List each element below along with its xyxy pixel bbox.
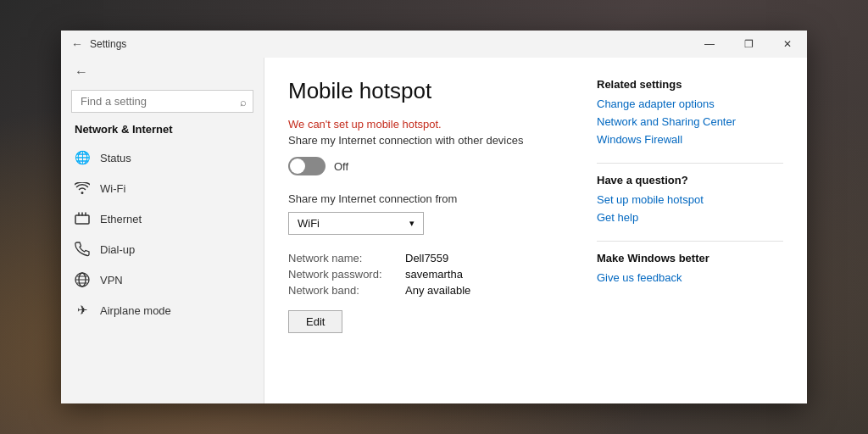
window-body: ← ⌕ Network & Internet 🌐 Status [61,58,807,403]
chevron-down-icon: ▾ [409,218,415,229]
network-password-value: savemartha [405,268,563,281]
sidebar: ← ⌕ Network & Internet 🌐 Status [61,58,264,403]
dialup-icon [75,242,90,257]
sidebar-item-status[interactable]: 🌐 Status [61,142,264,173]
feedback-section: Make Windows better Give us feedback [597,252,783,284]
divider-1 [597,163,783,164]
feedback-title: Make Windows better [597,252,783,264]
sidebar-back-button[interactable]: ← [61,58,264,86]
sidebar-item-label-wifi: Wi-Fi [100,182,125,195]
change-adapter-link[interactable]: Change adapter options [597,97,783,110]
right-panel: Related settings Change adapter options … [597,78,783,383]
status-icon: 🌐 [75,150,90,165]
connection-dropdown[interactable]: WiFi ▾ [288,212,424,235]
sidebar-item-label-airplane: Airplane mode [100,304,171,317]
related-settings-section: Related settings Change adapter options … [597,78,783,146]
network-name-label: Network name: [288,252,398,264]
windows-firewall-link[interactable]: Windows Firewall [597,133,783,146]
main-content: Mobile hotspot We can't set up mobile ho… [264,58,807,403]
ethernet-icon [75,211,90,226]
question-section: Have a question? Set up mobile hotspot G… [597,174,783,224]
titlebar-title: Settings [90,38,126,50]
settings-window: ← Settings — ❐ ✕ ← ⌕ Network & Internet … [61,31,807,403]
related-settings-title: Related settings [597,78,783,91]
give-feedback-link[interactable]: Give us feedback [597,271,783,284]
close-button[interactable]: ✕ [768,31,807,58]
get-help-link[interactable]: Get help [597,211,783,224]
sidebar-item-vpn[interactable]: VPN [61,264,264,295]
network-name-value: Dell7559 [405,252,563,264]
titlebar-controls: — ❐ ✕ [690,31,807,58]
sidebar-item-ethernet[interactable]: Ethernet [61,203,264,234]
network-info-grid: Network name: Dell7559 Network password:… [288,252,563,297]
svg-rect-0 [75,215,89,224]
network-sharing-center-link[interactable]: Network and Sharing Center [597,115,783,128]
sidebar-item-dialup[interactable]: Dial-up [61,234,264,264]
setup-hotspot-link[interactable]: Set up mobile hotspot [597,193,783,206]
search-input[interactable] [71,90,253,113]
divider-2 [597,241,783,242]
sidebar-item-wifi[interactable]: Wi-Fi [61,173,264,203]
network-band-value: Any available [405,284,563,297]
sidebar-item-airplane[interactable]: ✈ Airplane mode [61,295,264,326]
wifi-icon [75,181,90,196]
sidebar-item-label-dialup: Dial-up [100,243,135,256]
hotspot-toggle[interactable] [288,157,326,175]
maximize-button[interactable]: ❐ [729,31,768,58]
titlebar-left: ← Settings [71,37,126,51]
minimize-button[interactable]: — [690,31,729,58]
toggle-thumb [290,159,305,174]
network-password-label: Network password: [288,268,398,281]
page-title: Mobile hotspot [288,78,563,104]
sidebar-item-label-ethernet: Ethernet [100,213,142,225]
share-description: Share my Internet connection with other … [288,134,563,147]
question-title: Have a question? [597,174,783,186]
network-band-label: Network band: [288,284,398,297]
search-icon: ⌕ [240,95,247,108]
titlebar: ← Settings — ❐ ✕ [61,31,807,58]
back-arrow-icon: ← [75,64,88,80]
vpn-icon [75,272,90,287]
sidebar-search-container: ⌕ [71,90,253,113]
error-text: We can't set up mobile hotspot. [288,118,563,131]
edit-button[interactable]: Edit [288,310,342,333]
toggle-row: Off [288,157,563,175]
sidebar-item-label-vpn: VPN [100,274,123,287]
back-icon: ← [71,37,83,51]
share-from-label: Share my Internet connection from [288,192,563,205]
toggle-label: Off [334,160,348,173]
airplane-icon: ✈ [75,303,90,318]
dropdown-value: WiFi [298,217,320,230]
sidebar-section-title: Network & Internet [61,120,264,142]
sidebar-item-label-status: Status [100,152,131,164]
main-left: Mobile hotspot We can't set up mobile ho… [288,78,563,383]
